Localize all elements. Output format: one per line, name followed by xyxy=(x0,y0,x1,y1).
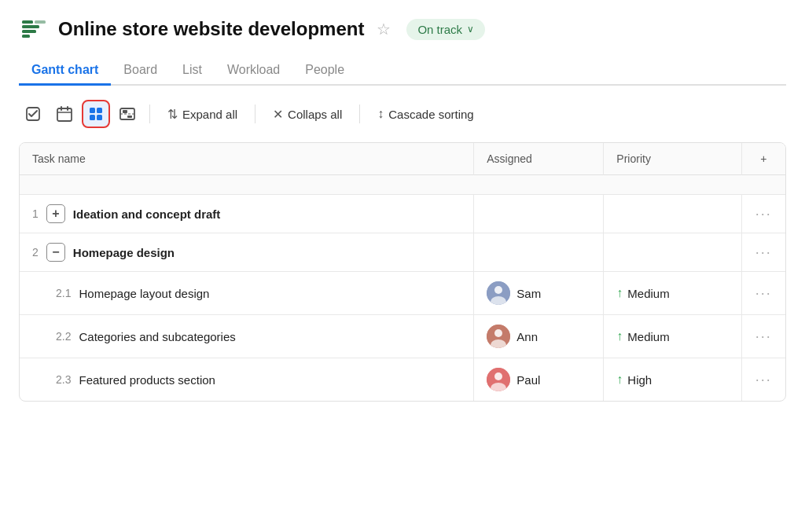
task-name-cell: 2.1 Homepage layout design xyxy=(20,272,474,315)
collapse-group-btn[interactable]: − xyxy=(46,243,65,262)
task-name-label: Homepage layout design xyxy=(79,287,209,300)
row-actions-cell: ··· xyxy=(741,233,785,272)
assignee-name: Sam xyxy=(516,287,541,300)
row-number: 2.2 xyxy=(56,330,71,343)
task-name-label: Ideation and concept draft xyxy=(73,207,221,221)
tab-gantt-chart[interactable]: Gantt chart xyxy=(19,57,111,86)
svg-rect-13 xyxy=(97,115,102,120)
priority-arrow-icon: ↑ xyxy=(616,372,623,387)
timeline-icon-btn[interactable] xyxy=(113,100,142,128)
col-header-assigned: Assigned xyxy=(474,143,604,175)
assigned-cell xyxy=(474,233,604,272)
row-number: 2.3 xyxy=(56,373,71,386)
row-actions-cell: ··· xyxy=(741,272,785,315)
calendar-icon xyxy=(56,105,73,123)
task-name-cell: 1 + Ideation and concept draft xyxy=(20,195,474,233)
status-badge[interactable]: On track ∨ xyxy=(406,19,485,40)
sort-icon: ↕ xyxy=(377,107,384,121)
svg-rect-16 xyxy=(123,110,127,113)
table-row: 1 + Ideation and concept draft ··· xyxy=(20,195,785,233)
col-header-priority: Priority xyxy=(604,143,741,175)
priority-cell: ↑ High xyxy=(604,358,741,402)
calendar-icon-btn[interactable] xyxy=(50,100,79,128)
expand-group-btn[interactable]: + xyxy=(46,204,65,223)
priority-label: Medium xyxy=(627,287,669,300)
svg-rect-3 xyxy=(22,35,30,38)
avatar xyxy=(487,368,510,391)
row-actions-cell: ··· xyxy=(741,195,785,233)
task-name-label: Categories and subcategories xyxy=(79,330,235,343)
tab-people[interactable]: People xyxy=(292,57,357,86)
spacer-row xyxy=(20,175,785,195)
svg-rect-11 xyxy=(97,108,102,113)
task-table: Task name Assigned Priority + xyxy=(19,142,786,402)
check-icon xyxy=(24,105,42,123)
assignee-name: Ann xyxy=(516,330,538,343)
avatar xyxy=(487,325,510,348)
svg-point-22 xyxy=(494,329,502,337)
table-row: 2 − Homepage design ··· xyxy=(20,233,785,272)
header: Online store website development ☆ On tr… xyxy=(19,14,786,44)
table-row: 2.2 Categories and subcategories xyxy=(20,315,785,358)
row-more-btn[interactable]: ··· xyxy=(755,285,773,302)
task-name-label: Homepage design xyxy=(73,246,175,259)
col-header-add[interactable]: + xyxy=(741,143,785,175)
row-more-btn[interactable]: ··· xyxy=(755,372,773,388)
cascade-sort-btn[interactable]: ↕ Cascade sorting xyxy=(368,102,483,126)
timeline-icon xyxy=(119,105,136,123)
collapse-all-label: Collaps all xyxy=(288,108,342,121)
row-number: 2 xyxy=(32,246,39,259)
svg-point-19 xyxy=(494,286,502,294)
row-more-btn[interactable]: ··· xyxy=(755,328,773,345)
task-name-cell: 2 − Homepage design xyxy=(20,233,474,272)
svg-rect-17 xyxy=(127,116,132,118)
toolbar: ⇅ Expand all ✕ Collaps all ↕ Cascade sor… xyxy=(19,97,786,131)
add-column-icon[interactable]: + xyxy=(760,152,766,165)
tab-workload[interactable]: Workload xyxy=(215,57,292,86)
project-title: Online store website development xyxy=(58,18,364,40)
row-more-btn[interactable]: ··· xyxy=(755,206,773,222)
row-actions-cell: ··· xyxy=(741,358,785,402)
status-label: On track xyxy=(417,23,462,36)
task-name-cell: 2.2 Categories and subcategories xyxy=(20,315,474,358)
task-name-cell: 2.3 Featured products section xyxy=(20,358,474,402)
project-icon xyxy=(19,14,49,44)
priority-label: Medium xyxy=(627,330,669,343)
expand-all-label: Expand all xyxy=(182,108,237,121)
grid-icon xyxy=(87,105,105,123)
svg-rect-2 xyxy=(22,30,36,33)
star-icon[interactable]: ☆ xyxy=(377,20,391,39)
chevron-down-icon: ∨ xyxy=(467,24,474,35)
avatar xyxy=(487,281,510,305)
app-container: Online store website development ☆ On tr… xyxy=(0,0,805,402)
row-number: 1 xyxy=(32,207,39,220)
tab-list[interactable]: List xyxy=(170,57,215,86)
collapse-all-icon: ✕ xyxy=(273,107,283,122)
toolbar-divider-2 xyxy=(255,105,255,123)
collapse-all-btn[interactable]: ✕ Collaps all xyxy=(263,102,351,127)
check-icon-btn[interactable] xyxy=(19,100,47,128)
priority-arrow-icon: ↑ xyxy=(616,329,623,343)
tabs-bar: Gantt chart Board List Workload People xyxy=(19,57,786,86)
assigned-cell: Ann xyxy=(474,315,604,358)
tab-board[interactable]: Board xyxy=(111,57,170,86)
assignee-name: Paul xyxy=(516,373,540,387)
expand-all-icon: ⇅ xyxy=(167,107,178,122)
svg-rect-4 xyxy=(35,20,46,24)
grid-view-icon-btn[interactable] xyxy=(82,100,110,128)
priority-cell xyxy=(604,233,741,272)
row-more-btn[interactable]: ··· xyxy=(755,244,773,261)
svg-rect-1 xyxy=(22,25,39,28)
table-row: 2.1 Homepage layout design xyxy=(20,272,785,315)
svg-rect-0 xyxy=(22,20,33,24)
svg-point-25 xyxy=(494,372,502,380)
priority-cell: ↑ Medium xyxy=(604,272,741,315)
toolbar-divider-3 xyxy=(359,105,360,123)
cascade-sort-label: Cascade sorting xyxy=(388,108,473,121)
priority-arrow-icon: ↑ xyxy=(616,286,623,300)
table-header-row: Task name Assigned Priority + xyxy=(20,143,785,175)
svg-rect-6 xyxy=(57,108,72,121)
row-number: 2.1 xyxy=(56,287,71,299)
expand-all-btn[interactable]: ⇅ Expand all xyxy=(158,102,247,127)
priority-cell: ↑ Medium xyxy=(604,315,741,358)
